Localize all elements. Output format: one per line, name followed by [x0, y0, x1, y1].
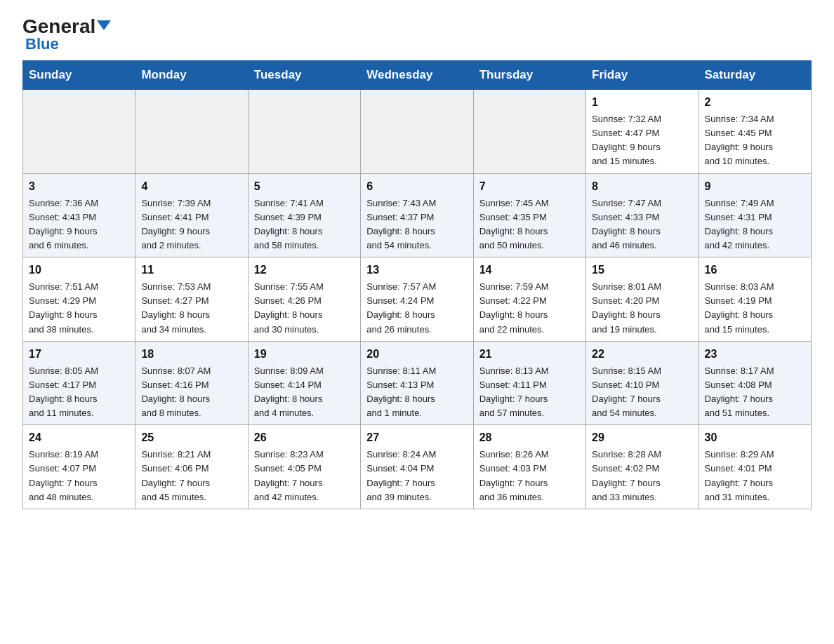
- day-info: Sunrise: 8:09 AM Sunset: 4:14 PM Dayligh…: [254, 364, 355, 421]
- day-number: 23: [705, 346, 805, 363]
- calendar-cell: 23Sunrise: 8:17 AM Sunset: 4:08 PM Dayli…: [699, 341, 811, 425]
- calendar-header-row: SundayMondayTuesdayWednesdayThursdayFrid…: [23, 61, 812, 90]
- calendar-cell: 27Sunrise: 8:24 AM Sunset: 4:04 PM Dayli…: [361, 425, 473, 509]
- calendar-week-row: 1Sunrise: 7:32 AM Sunset: 4:47 PM Daylig…: [23, 90, 812, 174]
- calendar-cell: 1Sunrise: 7:32 AM Sunset: 4:47 PM Daylig…: [586, 90, 699, 174]
- calendar-cell: 13Sunrise: 7:57 AM Sunset: 4:24 PM Dayli…: [361, 257, 473, 342]
- day-number: 13: [366, 262, 467, 279]
- day-info: Sunrise: 7:32 AM Sunset: 4:47 PM Dayligh…: [592, 112, 692, 169]
- calendar-cell: 2Sunrise: 7:34 AM Sunset: 4:45 PM Daylig…: [699, 90, 811, 174]
- day-info: Sunrise: 8:29 AM Sunset: 4:01 PM Dayligh…: [705, 448, 805, 504]
- weekday-header-sunday: Sunday: [23, 61, 135, 90]
- calendar-cell: 18Sunrise: 8:07 AM Sunset: 4:16 PM Dayli…: [135, 341, 248, 425]
- calendar-cell: 17Sunrise: 8:05 AM Sunset: 4:17 PM Dayli…: [23, 341, 135, 425]
- day-number: 6: [366, 178, 467, 195]
- logo-blue-text: Blue: [25, 35, 59, 53]
- calendar-cell: [135, 90, 248, 174]
- weekday-header-thursday: Thursday: [473, 61, 585, 90]
- calendar-cell: 3Sunrise: 7:36 AM Sunset: 4:43 PM Daylig…: [23, 173, 135, 257]
- day-number: 8: [592, 178, 692, 195]
- day-info: Sunrise: 8:15 AM Sunset: 4:10 PM Dayligh…: [592, 364, 692, 421]
- day-number: 12: [254, 262, 355, 279]
- calendar-cell: 19Sunrise: 8:09 AM Sunset: 4:14 PM Dayli…: [248, 341, 360, 425]
- day-number: 30: [705, 429, 805, 446]
- calendar-cell: [23, 90, 135, 174]
- day-number: 2: [705, 94, 805, 111]
- calendar-cell: 11Sunrise: 7:53 AM Sunset: 4:27 PM Dayli…: [135, 257, 248, 342]
- calendar-cell: 15Sunrise: 8:01 AM Sunset: 4:20 PM Dayli…: [586, 257, 699, 342]
- calendar-cell: [248, 90, 360, 174]
- day-info: Sunrise: 8:24 AM Sunset: 4:04 PM Dayligh…: [366, 448, 467, 504]
- day-info: Sunrise: 7:49 AM Sunset: 4:31 PM Dayligh…: [705, 196, 805, 253]
- day-info: Sunrise: 7:51 AM Sunset: 4:29 PM Dayligh…: [29, 280, 129, 337]
- logo: General Blue: [22, 17, 111, 53]
- day-number: 22: [592, 346, 692, 363]
- logo-triangle-icon: [97, 20, 111, 30]
- day-info: Sunrise: 8:05 AM Sunset: 4:17 PM Dayligh…: [29, 364, 129, 421]
- day-number: 16: [705, 262, 805, 279]
- day-number: 25: [141, 429, 241, 446]
- day-number: 5: [254, 178, 355, 195]
- day-number: 15: [592, 262, 692, 279]
- weekday-header-monday: Monday: [135, 61, 248, 90]
- calendar-week-row: 3Sunrise: 7:36 AM Sunset: 4:43 PM Daylig…: [23, 173, 812, 257]
- day-info: Sunrise: 7:55 AM Sunset: 4:26 PM Dayligh…: [254, 280, 355, 337]
- calendar-cell: 21Sunrise: 8:13 AM Sunset: 4:11 PM Dayli…: [473, 341, 585, 425]
- day-number: 1: [592, 94, 692, 111]
- day-number: 18: [141, 346, 241, 363]
- calendar-cell: 25Sunrise: 8:21 AM Sunset: 4:06 PM Dayli…: [135, 425, 248, 509]
- day-info: Sunrise: 7:45 AM Sunset: 4:35 PM Dayligh…: [479, 196, 580, 253]
- day-number: 26: [254, 429, 355, 446]
- day-number: 19: [254, 346, 355, 363]
- day-info: Sunrise: 8:13 AM Sunset: 4:11 PM Dayligh…: [479, 364, 580, 421]
- calendar-cell: 4Sunrise: 7:39 AM Sunset: 4:41 PM Daylig…: [135, 173, 248, 257]
- day-info: Sunrise: 8:01 AM Sunset: 4:20 PM Dayligh…: [592, 280, 692, 337]
- day-info: Sunrise: 7:53 AM Sunset: 4:27 PM Dayligh…: [141, 280, 241, 337]
- day-info: Sunrise: 8:17 AM Sunset: 4:08 PM Dayligh…: [705, 364, 805, 421]
- day-info: Sunrise: 7:41 AM Sunset: 4:39 PM Dayligh…: [254, 196, 355, 253]
- calendar-cell: 8Sunrise: 7:47 AM Sunset: 4:33 PM Daylig…: [586, 173, 699, 257]
- day-number: 9: [705, 178, 805, 195]
- day-number: 4: [141, 178, 241, 195]
- day-number: 28: [479, 429, 580, 446]
- day-number: 24: [29, 429, 129, 446]
- day-number: 11: [141, 262, 241, 279]
- day-number: 14: [479, 262, 580, 279]
- calendar-cell: 5Sunrise: 7:41 AM Sunset: 4:39 PM Daylig…: [248, 173, 360, 257]
- calendar-cell: 30Sunrise: 8:29 AM Sunset: 4:01 PM Dayli…: [699, 425, 811, 509]
- calendar-week-row: 17Sunrise: 8:05 AM Sunset: 4:17 PM Dayli…: [23, 341, 812, 425]
- weekday-header-saturday: Saturday: [699, 61, 811, 90]
- day-info: Sunrise: 7:34 AM Sunset: 4:45 PM Dayligh…: [705, 112, 805, 169]
- day-info: Sunrise: 8:23 AM Sunset: 4:05 PM Dayligh…: [254, 448, 355, 504]
- day-info: Sunrise: 7:57 AM Sunset: 4:24 PM Dayligh…: [366, 280, 467, 337]
- weekday-header-friday: Friday: [586, 61, 699, 90]
- day-info: Sunrise: 8:07 AM Sunset: 4:16 PM Dayligh…: [141, 364, 241, 421]
- day-number: 21: [479, 346, 580, 363]
- day-info: Sunrise: 8:21 AM Sunset: 4:06 PM Dayligh…: [141, 448, 241, 504]
- day-info: Sunrise: 8:19 AM Sunset: 4:07 PM Dayligh…: [29, 448, 129, 504]
- calendar-cell: 9Sunrise: 7:49 AM Sunset: 4:31 PM Daylig…: [699, 173, 811, 257]
- calendar-week-row: 10Sunrise: 7:51 AM Sunset: 4:29 PM Dayli…: [23, 257, 812, 342]
- calendar-cell: 16Sunrise: 8:03 AM Sunset: 4:19 PM Dayli…: [699, 257, 811, 342]
- day-info: Sunrise: 8:28 AM Sunset: 4:02 PM Dayligh…: [592, 448, 692, 504]
- calendar-cell: 10Sunrise: 7:51 AM Sunset: 4:29 PM Dayli…: [23, 257, 135, 342]
- weekday-header-tuesday: Tuesday: [248, 61, 360, 90]
- calendar-cell: 29Sunrise: 8:28 AM Sunset: 4:02 PM Dayli…: [586, 425, 699, 509]
- calendar-cell: [361, 90, 473, 174]
- day-info: Sunrise: 8:11 AM Sunset: 4:13 PM Dayligh…: [366, 364, 467, 421]
- day-number: 3: [29, 178, 129, 195]
- calendar-cell: 26Sunrise: 8:23 AM Sunset: 4:05 PM Dayli…: [248, 425, 360, 509]
- day-info: Sunrise: 7:59 AM Sunset: 4:22 PM Dayligh…: [479, 280, 580, 337]
- day-number: 17: [29, 346, 129, 363]
- calendar-cell: 22Sunrise: 8:15 AM Sunset: 4:10 PM Dayli…: [586, 341, 699, 425]
- day-info: Sunrise: 7:36 AM Sunset: 4:43 PM Dayligh…: [29, 196, 129, 253]
- calendar-cell: 24Sunrise: 8:19 AM Sunset: 4:07 PM Dayli…: [23, 425, 135, 509]
- calendar-week-row: 24Sunrise: 8:19 AM Sunset: 4:07 PM Dayli…: [23, 425, 812, 509]
- calendar-table: SundayMondayTuesdayWednesdayThursdayFrid…: [22, 60, 812, 509]
- calendar-cell: 28Sunrise: 8:26 AM Sunset: 4:03 PM Dayli…: [473, 425, 585, 509]
- calendar-cell: 7Sunrise: 7:45 AM Sunset: 4:35 PM Daylig…: [473, 173, 585, 257]
- calendar-cell: [473, 90, 585, 174]
- day-number: 29: [592, 429, 692, 446]
- calendar-cell: 14Sunrise: 7:59 AM Sunset: 4:22 PM Dayli…: [473, 257, 585, 342]
- day-info: Sunrise: 7:39 AM Sunset: 4:41 PM Dayligh…: [141, 196, 241, 253]
